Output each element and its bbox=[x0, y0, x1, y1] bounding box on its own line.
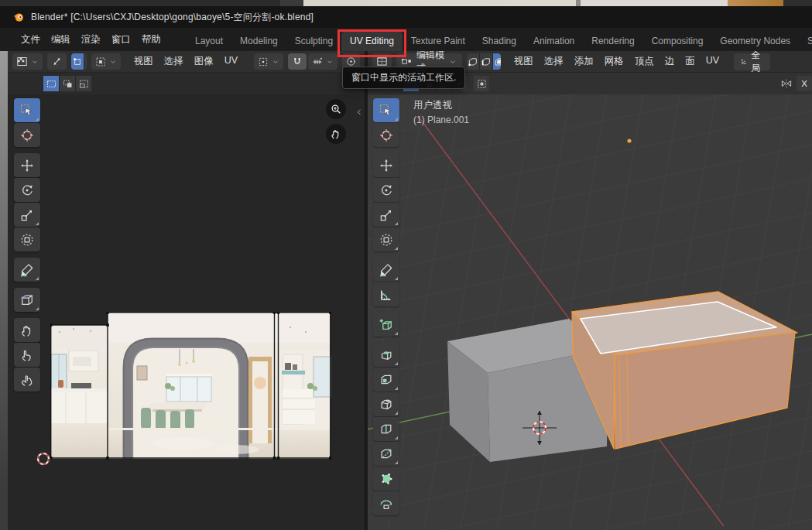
mesh-mode-vertex-select[interactable] bbox=[467, 53, 479, 70]
mirror-butterfly-icon bbox=[779, 77, 793, 91]
uv-sync-selection-toggle[interactable] bbox=[47, 53, 67, 70]
tweak-tool-button[interactable] bbox=[373, 98, 399, 122]
tweak-tool-button[interactable] bbox=[14, 98, 40, 122]
pinch-tool-button[interactable] bbox=[14, 368, 40, 392]
viewport-menu-1[interactable]: 选择 bbox=[539, 53, 569, 70]
tab-label: Animation bbox=[533, 36, 574, 46]
uv-menu-3[interactable]: UV bbox=[219, 53, 243, 70]
uv-2d-cursor bbox=[33, 449, 53, 469]
workspace-tab-compositing[interactable]: Compositing bbox=[643, 32, 712, 51]
uv-snap-target-button[interactable] bbox=[308, 53, 337, 70]
uv-editor-type-button[interactable] bbox=[12, 53, 43, 70]
bevel-tool-icon bbox=[379, 397, 394, 412]
snap-increment-icon bbox=[311, 56, 324, 68]
chevron-down-icon bbox=[108, 57, 118, 67]
uv-menu-1[interactable]: 选择 bbox=[159, 53, 189, 70]
main-menu-2[interactable]: 渲染 bbox=[76, 31, 106, 49]
tab-label: Rendering bbox=[591, 36, 634, 46]
transform-tool-icon bbox=[19, 232, 35, 248]
workspace-tab-script[interactable]: Script bbox=[799, 32, 812, 51]
viewport-menu-2[interactable]: 添加 bbox=[569, 53, 599, 70]
knife-tool-button[interactable] bbox=[373, 442, 399, 466]
uv-snap-toggle[interactable] bbox=[288, 53, 307, 70]
sidebar-collapse-arrow[interactable] bbox=[355, 107, 364, 118]
rotate-tool-icon bbox=[19, 183, 35, 198]
rotate-tool-button[interactable] bbox=[14, 178, 40, 202]
uv-select-select-extend[interactable] bbox=[60, 76, 75, 91]
inset-tool-button[interactable] bbox=[373, 368, 399, 392]
mirror-x-button[interactable]: X bbox=[797, 76, 812, 91]
main-menu-1[interactable]: 编辑 bbox=[46, 31, 76, 49]
workspace-tab-geometry-nodes[interactable]: Geometry Nodes bbox=[711, 32, 799, 51]
main-menu-3[interactable]: 窗口 bbox=[106, 31, 136, 49]
move-tool-icon bbox=[379, 158, 394, 173]
workspace-tab-modeling[interactable]: Modeling bbox=[231, 32, 286, 51]
extrude-tool-button[interactable] bbox=[373, 343, 399, 367]
viewport-menu-3[interactable]: 网格 bbox=[599, 53, 629, 70]
polybuild-tool-button[interactable] bbox=[373, 467, 399, 491]
uv-select-select-subtract[interactable] bbox=[76, 76, 91, 91]
transform-tool-button[interactable] bbox=[14, 227, 40, 251]
grab-tool-button[interactable] bbox=[14, 318, 40, 342]
scale-tool-icon bbox=[19, 207, 35, 223]
rip-region-tool-button[interactable] bbox=[14, 288, 40, 312]
move-tool-button[interactable] bbox=[14, 153, 40, 177]
uv-mode-uv-edge-select[interactable] bbox=[84, 53, 87, 70]
spin-tool-icon bbox=[379, 496, 394, 511]
add-cube-tool-button[interactable] bbox=[373, 313, 399, 337]
transform-tool-button[interactable] bbox=[373, 227, 399, 251]
inset-tool-icon bbox=[379, 372, 394, 388]
viewport-menu-5[interactable]: 边 bbox=[660, 53, 680, 70]
mesh-mode-edge-select[interactable] bbox=[480, 53, 492, 70]
viewport-menu-7[interactable]: UV bbox=[701, 53, 725, 70]
bevel-tool-button[interactable] bbox=[373, 392, 399, 416]
magnet-icon bbox=[291, 56, 303, 68]
spin-tool-button[interactable] bbox=[373, 491, 399, 515]
uv-menu-0[interactable]: 视图 bbox=[128, 53, 159, 70]
viewport-menu-0[interactable]: 视图 bbox=[509, 53, 539, 70]
workspace-tab-rendering[interactable]: Rendering bbox=[583, 32, 642, 51]
orientation-dropdown[interactable]: 全局 bbox=[734, 53, 770, 70]
chevron-down-icon bbox=[271, 57, 280, 67]
workspace-tab-layout[interactable]: Layout bbox=[187, 32, 231, 51]
uv-select-select-set[interactable] bbox=[43, 76, 59, 91]
loopcut-tool-button[interactable] bbox=[373, 417, 399, 441]
workspace-tab-shading[interactable]: Shading bbox=[474, 32, 525, 51]
uv-menu-2[interactable]: 图像 bbox=[189, 53, 219, 70]
uv-selection-mode-group bbox=[71, 53, 87, 70]
uv-canvas[interactable] bbox=[8, 94, 365, 530]
move-tool-button[interactable] bbox=[373, 153, 399, 177]
orientation-global-icon bbox=[740, 56, 748, 67]
annotate-tool-button[interactable] bbox=[14, 258, 40, 282]
pan-gizmo-button[interactable] bbox=[326, 124, 346, 144]
proportional-edit-icon bbox=[345, 56, 357, 67]
viewport-menu-4[interactable]: 顶点 bbox=[629, 53, 660, 70]
measure-tool-button[interactable] bbox=[373, 282, 399, 306]
title-bar: Blender* [C:\Users\CXJ\Desktop\gong\baoy… bbox=[0, 6, 812, 28]
uv-mode-uv-vertex-select[interactable] bbox=[71, 53, 84, 70]
viewport-menu-6[interactable]: 面 bbox=[680, 53, 701, 70]
zoom-gizmo-button[interactable] bbox=[326, 99, 346, 119]
chevron-down-icon bbox=[448, 57, 457, 67]
rotate-tool-button[interactable] bbox=[373, 178, 399, 202]
view-perspective-label: 用户透视 bbox=[413, 99, 469, 112]
cursor-tool-button[interactable] bbox=[373, 123, 399, 147]
uv-pivot-button[interactable] bbox=[254, 53, 283, 70]
workspace-tab-texture-paint[interactable]: Texture Paint bbox=[403, 32, 474, 51]
workspace-tab-sculpting[interactable]: Sculpting bbox=[286, 32, 341, 51]
main-menu-4[interactable]: 帮助 bbox=[136, 31, 166, 49]
workspace-tab-animation[interactable]: Animation bbox=[525, 32, 583, 51]
sticky-selection-button[interactable] bbox=[91, 53, 121, 70]
cursor-tool-button[interactable] bbox=[14, 123, 40, 147]
scale-tool-button[interactable] bbox=[14, 203, 40, 227]
relax-tool-button[interactable] bbox=[14, 343, 40, 367]
main-menu-0[interactable]: 文件 bbox=[15, 31, 46, 49]
scale-tool-button[interactable] bbox=[373, 203, 399, 227]
annotate-tool-button[interactable] bbox=[373, 258, 399, 282]
uv-editor: 视图选择图像UV bbox=[8, 51, 365, 530]
workspace-tab-uv-editing[interactable]: UV Editing bbox=[341, 32, 403, 51]
viewport-menus: 视图选择添加网格顶点边面UV bbox=[509, 53, 725, 70]
viewport-canvas[interactable]: 用户透视 (1) Plane.001 bbox=[368, 94, 812, 530]
mesh-mode-face-select[interactable] bbox=[493, 53, 500, 70]
snap-area-button[interactable] bbox=[474, 76, 489, 91]
